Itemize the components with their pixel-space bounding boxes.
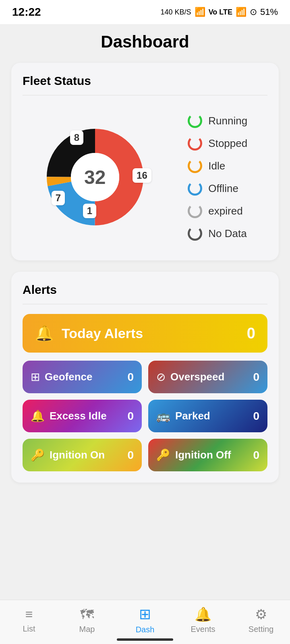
battery-percent: 51% (260, 7, 278, 17)
status-icons: 140 KB/S 📶 Vo LTE 📶 ⊙ 51% (161, 7, 278, 17)
overspeed-button[interactable]: ⊘ Overspeed 0 (148, 361, 267, 393)
nav-map[interactable]: 🗺 Map (67, 607, 107, 634)
legend-running-label: Running (208, 115, 247, 127)
alerts-title: Alerts (23, 283, 267, 297)
running-icon (187, 113, 203, 128)
parked-left: 🚌 Parked (156, 409, 210, 423)
overspeed-label: Overspeed (170, 371, 224, 383)
excess-idle-left: 🔔 Excess Idle (31, 409, 107, 423)
legend-running: Running (187, 113, 247, 128)
legend-offline-label: Offline (208, 182, 238, 195)
home-indicator (117, 638, 173, 641)
today-alert-icon: 🔔 (35, 324, 54, 342)
segment-label-1: 1 (83, 204, 96, 218)
fleet-legend: Running Stopped Idle (187, 113, 247, 241)
ignition-on-label: Ignition On (50, 449, 105, 461)
overspeed-left: ⊘ Overspeed (156, 370, 224, 384)
nav-events[interactable]: 🔔 Events (183, 606, 223, 634)
page-content: Dashboard Fleet Status 32 8 (0, 24, 290, 542)
excess-idle-icon: 🔔 (31, 409, 45, 423)
donut-chart: 32 8 16 7 1 (43, 125, 147, 229)
parked-button[interactable]: 🚌 Parked 0 (148, 400, 267, 432)
lte-icon: Vo LTE (209, 8, 232, 17)
overspeed-count: 0 (253, 371, 259, 384)
nav-setting[interactable]: ⚙ Setting (241, 606, 281, 634)
legend-stopped: Stopped (187, 136, 247, 151)
geofence-label: Geofence (45, 371, 93, 383)
excess-idle-label: Excess Idle (50, 410, 107, 422)
legend-expired-label: expired (208, 205, 242, 217)
ignition-off-left: 🔑 Ignition Off (156, 448, 231, 462)
legend-stopped-label: Stopped (208, 137, 247, 150)
map-icon: 🗺 (80, 607, 94, 622)
geofence-count: 0 (127, 371, 134, 384)
stopped-icon (187, 136, 203, 151)
wifi-icon: 📶 (195, 7, 205, 17)
alerts-card: Alerts 🔔 Today Alerts 0 ⊞ Geofence 0 ⊘ (11, 272, 279, 483)
list-icon: ≡ (25, 607, 33, 622)
signal-bars-icon: 📶 (236, 7, 246, 17)
nodata-icon (187, 226, 203, 241)
offline-icon (187, 181, 203, 196)
segment-label-8: 8 (70, 130, 83, 145)
ignition-off-icon: 🔑 (156, 448, 170, 462)
parked-icon: 🚌 (156, 409, 170, 423)
fleet-status-card: Fleet Status 32 8 16 7 (11, 63, 279, 260)
nav-list-label: List (23, 624, 35, 634)
ignition-on-count: 0 (127, 449, 134, 462)
ignition-off-count: 0 (253, 449, 259, 462)
ignition-off-button[interactable]: 🔑 Ignition Off 0 (148, 439, 267, 471)
nav-dash[interactable]: ⊞ Dash (125, 606, 165, 634)
signal-text: 140 KB/S (161, 8, 191, 17)
ignition-off-label: Ignition Off (175, 449, 231, 461)
donut-total: 32 (84, 166, 106, 188)
nav-setting-label: Setting (249, 625, 273, 634)
today-alert-text: Today Alerts (62, 326, 143, 341)
geofence-icon: ⊞ (31, 370, 40, 384)
ignition-on-icon: 🔑 (31, 448, 45, 462)
legend-nodata: No Data (187, 226, 247, 241)
battery-icon: ⊙ (250, 7, 257, 17)
ignition-on-left: 🔑 Ignition On (31, 448, 105, 462)
segment-label-16: 16 (133, 168, 151, 183)
today-alert-left: 🔔 Today Alerts (35, 324, 143, 342)
parked-label: Parked (175, 410, 210, 422)
legend-idle-label: Idle (208, 160, 225, 172)
legend-expired: expired (187, 203, 247, 219)
nav-list[interactable]: ≡ List (9, 607, 49, 634)
dash-icon: ⊞ (139, 606, 151, 623)
nav-events-label: Events (191, 625, 215, 634)
legend-nodata-label: No Data (208, 227, 246, 240)
today-alerts-button[interactable]: 🔔 Today Alerts 0 (23, 314, 267, 353)
expired-icon (187, 203, 203, 219)
segment-label-7: 7 (52, 191, 65, 205)
events-icon: 🔔 (195, 606, 211, 622)
page-title: Dashboard (11, 32, 279, 52)
nav-dash-label: Dash (136, 625, 155, 634)
ignition-on-button[interactable]: 🔑 Ignition On 0 (23, 439, 142, 471)
excess-idle-count: 0 (127, 410, 134, 423)
fleet-divider (23, 95, 267, 95)
overspeed-icon: ⊘ (156, 370, 166, 384)
parked-count: 0 (253, 410, 259, 423)
fleet-content: 32 8 16 7 1 Running (23, 105, 267, 249)
geofence-left: ⊞ Geofence (31, 370, 93, 384)
nav-map-label: Map (79, 625, 95, 634)
setting-icon: ⚙ (255, 606, 267, 622)
idle-icon (187, 158, 203, 173)
bottom-nav: ≡ List 🗺 Map ⊞ Dash 🔔 Events ⚙ Setting (0, 600, 290, 644)
status-time: 12:22 (12, 6, 41, 19)
alerts-divider (23, 304, 267, 304)
fleet-status-title: Fleet Status (23, 74, 267, 88)
today-alert-count: 0 (247, 325, 255, 342)
status-bar: 12:22 140 KB/S 📶 Vo LTE 📶 ⊙ 51% (0, 0, 290, 24)
geofence-button[interactable]: ⊞ Geofence 0 (23, 361, 142, 393)
legend-offline: Offline (187, 181, 247, 196)
alert-grid: ⊞ Geofence 0 ⊘ Overspeed 0 🔔 Excess Idle… (23, 361, 267, 471)
excess-idle-button[interactable]: 🔔 Excess Idle 0 (23, 400, 142, 432)
legend-idle: Idle (187, 158, 247, 173)
